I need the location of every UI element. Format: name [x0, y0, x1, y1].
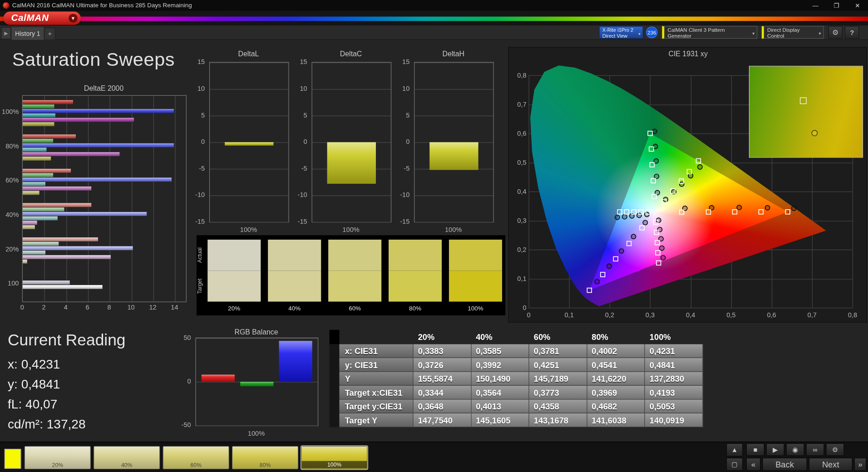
delta-c-plot-area: [312, 62, 392, 223]
table-header-cell: 40%: [471, 330, 529, 344]
grid-line: [210, 63, 288, 63]
window-title: CalMAN 2016 CalMAN Ultimate for Business…: [12, 2, 192, 9]
table-row: Y155,5874150,1490145,7189141,6220137,283…: [330, 372, 703, 385]
close-button[interactable]: ✕: [847, 0, 868, 11]
grid-line: [312, 116, 391, 116]
pattern-generator-dropdown[interactable]: CalMAN Client 3 Pattern Generator ▾: [662, 26, 757, 39]
table-header-cell: 60%: [529, 330, 587, 344]
table-cell: 0,3781: [529, 344, 587, 358]
tab-history-1[interactable]: History 1: [11, 27, 44, 40]
grid-line: [196, 338, 318, 339]
table-cell: 0,3585: [471, 344, 529, 358]
pattern-swatch-20%[interactable]: 20%: [25, 446, 91, 469]
table-cell: 0,4231: [645, 344, 703, 358]
table-cell: 0,3992: [471, 358, 529, 372]
table-row-label: Target x:CIE31: [339, 386, 413, 399]
x-axis-label: 6: [82, 303, 93, 311]
reading-y: y: 0,4841: [8, 377, 60, 392]
deltae-bar-white: [23, 285, 102, 289]
grid-line: [44, 96, 45, 302]
target-swatch: [207, 270, 261, 301]
deltae-bar-red: [23, 168, 70, 172]
target-point-red: [732, 210, 737, 214]
y-axis-label: 0,5: [510, 158, 527, 166]
meter-dropdown[interactable]: X-Rite i1Pro 2 Direct View ▾: [599, 26, 643, 39]
table-cell: 0,4541: [587, 358, 646, 372]
table-row: x: CIE310,33830,35850,37810,40020,4231: [330, 344, 703, 358]
target-swatch: [449, 270, 502, 301]
play-button[interactable]: ▶: [766, 443, 784, 456]
add-tab-button[interactable]: +: [44, 28, 55, 40]
deltae-2000-chart: DeltaE 2000 02468101214100%80%60%40%20%1…: [0, 84, 192, 316]
chevron-down-icon: ▾: [752, 31, 755, 36]
comparison-strip: ActualTarget20%40%60%80%100%: [197, 235, 505, 315]
pattern-swatch-100%[interactable]: 100%: [301, 446, 367, 469]
measured-point-cyan: [615, 215, 620, 220]
target-point-blue: [587, 288, 592, 293]
y-axis-label: 5: [393, 111, 410, 119]
collapse-tabs-button[interactable]: ▶: [1, 27, 11, 39]
y-axis-label: 0: [510, 304, 527, 311]
pattern-window-button[interactable]: ▢: [726, 457, 743, 471]
table-row-label: Y: [339, 372, 413, 385]
delta-l-plot-area: [209, 62, 289, 223]
single-read-button[interactable]: ◉: [786, 443, 804, 456]
deltae-bar-red: [23, 100, 73, 104]
calman-logo[interactable]: CalMAN ▼: [3, 12, 81, 25]
tray-up-button[interactable]: ▲: [726, 443, 743, 457]
delta-l-chart: DeltaL 151050-5-10-15100%: [188, 50, 291, 232]
settings-button[interactable]: ⚙: [828, 26, 843, 39]
table-row-edge: [330, 413, 340, 427]
table-cell: 0,3564: [471, 386, 529, 399]
x-axis-label: 0: [17, 303, 28, 311]
y-axis-label: 0,8: [510, 71, 527, 79]
read-settings-button[interactable]: ⚙: [826, 443, 844, 456]
table-header-cell: 80%: [587, 330, 646, 344]
last-page-button[interactable]: »: [854, 457, 867, 471]
strip-row-label: Actual: [197, 240, 204, 270]
table-row-label: Target y:CIE31: [339, 399, 413, 413]
y-axis-label: 10: [188, 85, 205, 93]
table-row-edge: [330, 358, 340, 372]
y-axis-label: -5: [188, 164, 205, 172]
table-cell: 0,3344: [414, 386, 472, 399]
deltae-bar-green: [23, 104, 54, 108]
display-control-dropdown[interactable]: Direct Display Control ▾: [762, 26, 824, 39]
y-axis-label: 0,3: [510, 216, 527, 224]
strip-column-label: 60%: [328, 305, 381, 312]
table-cell: 137,2830: [645, 372, 703, 385]
table-row: Target y:CIE310,36480,40130,43580,46820,…: [330, 399, 703, 413]
measured-point-blue: [607, 264, 612, 268]
first-page-button[interactable]: «: [746, 457, 761, 471]
help-button[interactable]: ?: [845, 26, 859, 39]
continuous-read-button[interactable]: ∞: [806, 443, 824, 456]
target-swatch: [328, 270, 381, 301]
chart-title: DeltaH: [414, 50, 493, 58]
table-row-edge: [330, 386, 340, 399]
maximize-button[interactable]: ❐: [826, 0, 847, 11]
title-bar: CalMAN 2016 CalMAN Ultimate for Business…: [0, 0, 868, 11]
y-axis-label: -50: [180, 421, 191, 429]
x-axis-label: 100%: [414, 226, 493, 234]
actual-swatch: [328, 240, 381, 270]
table-cell: 141,6220: [587, 372, 646, 385]
y-axis-label: -5: [393, 164, 410, 172]
pattern-swatch-60%[interactable]: 60%: [163, 446, 229, 469]
pattern-bar: ▲ ▢ ■ ▶ ◉ ∞ ⚙ « Back Next » 20%40%60%80%…: [0, 442, 868, 472]
x-axis-label: 0,6: [763, 311, 780, 319]
y-axis-label: 80%: [0, 142, 19, 150]
current-reading-title: Current Reading: [8, 331, 125, 349]
back-button[interactable]: Back: [762, 457, 807, 471]
grid-line: [312, 195, 391, 196]
pattern-swatch-80%[interactable]: 80%: [232, 446, 298, 469]
deltae-bar-red: [23, 203, 91, 207]
stop-button[interactable]: ■: [746, 443, 764, 456]
chart-title: DeltaL: [209, 50, 288, 58]
minimize-button[interactable]: —: [805, 0, 826, 11]
delta-h-chart: DeltaH 151050-5-10-15100%: [393, 50, 496, 232]
next-button[interactable]: Next: [809, 457, 853, 471]
table-header-cell: 100%: [645, 330, 703, 344]
pattern-swatch-40%[interactable]: 40%: [94, 446, 160, 469]
bar-red: [202, 375, 235, 382]
y-axis-label: -10: [291, 191, 307, 199]
